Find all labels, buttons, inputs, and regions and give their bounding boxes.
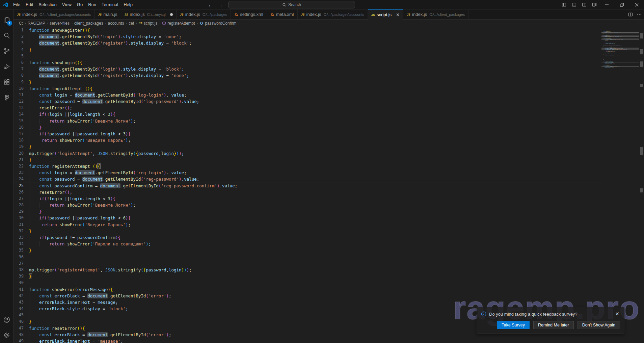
code-line-36[interactable]: 36 bbox=[14, 254, 601, 260]
tab-close-icon[interactable]: ✕ bbox=[396, 12, 400, 17]
menu-go[interactable]: Go bbox=[74, 0, 85, 9]
code-line-16[interactable]: 16 } bbox=[14, 124, 601, 131]
code-line-23[interactable]: 23 const login = document.getElementById… bbox=[14, 169, 601, 176]
code-line-33[interactable]: 33 if(password != passwordConfirm){ bbox=[14, 234, 601, 241]
code-line-34[interactable]: 34 return showError('Пароли не совпадают… bbox=[14, 241, 601, 247]
code-line-49[interactable]: 49 errorBlack.innerText = 'message'; bbox=[14, 338, 601, 343]
code-line-17[interactable]: 17 if(!password ||password.length < 3){ bbox=[14, 131, 601, 137]
menu-edit[interactable]: Edit bbox=[23, 0, 36, 9]
tab-index.js-C-client-packages[interactable]: JSindex.jsC:\...\client_packages bbox=[403, 9, 468, 19]
code-line-19[interactable]: 19} bbox=[14, 143, 601, 150]
customize-layout-icon[interactable] bbox=[589, 0, 599, 9]
history-back-icon[interactable]: ← bbox=[208, 2, 213, 8]
tab-meta.xml[interactable]: meta.xml bbox=[267, 9, 298, 19]
line-content: function showLogin(){ bbox=[29, 59, 601, 66]
tab-main.js[interactable]: JSmain.js bbox=[95, 9, 121, 19]
code-line-6[interactable]: 6function showLogin(){ bbox=[14, 59, 601, 66]
code-line-10[interactable]: 10function loginAttempt (){ bbox=[14, 85, 601, 92]
code-line-4[interactable]: 4} bbox=[14, 47, 601, 53]
tab-index.js-C-packages[interactable]: JSindex.jsC:\...\packages bbox=[177, 9, 231, 19]
code-line-30[interactable]: 30 if(!password ||password.length < 6){ bbox=[14, 215, 601, 221]
line-number: 10 bbox=[14, 85, 29, 92]
minimap-highlight bbox=[601, 39, 639, 40]
take-survey-button[interactable]: Take Survey bbox=[497, 321, 530, 329]
menu-run[interactable]: Run bbox=[85, 0, 99, 9]
breadcrumb-item-accounts[interactable]: accounts bbox=[108, 21, 124, 26]
toggle-panel-icon[interactable] bbox=[569, 0, 579, 9]
code-line-3[interactable]: 3 document.getElementById('register').st… bbox=[14, 40, 601, 46]
overview-ruler[interactable] bbox=[639, 27, 644, 343]
breadcrumb-item-client-packages[interactable]: client_packages bbox=[74, 21, 103, 26]
source-control-icon[interactable] bbox=[0, 43, 14, 59]
settings-gear-icon[interactable] bbox=[0, 327, 14, 343]
code-line-12[interactable]: 12 const password = document.getElementB… bbox=[14, 98, 601, 105]
code-line-14[interactable]: 14 if(!login ||login.length < 3){ bbox=[14, 111, 601, 117]
toggle-primary-sidebar-icon[interactable] bbox=[559, 0, 569, 9]
menu-terminal[interactable]: Terminal bbox=[99, 0, 121, 9]
breadcrumb-item-server-files[interactable]: server-files bbox=[50, 21, 70, 26]
code-line-8[interactable]: 8 document.getElementById('register').st… bbox=[14, 72, 601, 79]
code-line-38[interactable]: 38mp.trigger('registerAttempt', JSON.str… bbox=[14, 267, 601, 273]
notification-close-icon[interactable]: ✕ bbox=[614, 311, 620, 317]
search-icon[interactable] bbox=[0, 28, 14, 43]
code-line-11[interactable]: 11 const login = document.getElementById… bbox=[14, 92, 601, 98]
breadcrumb-item-passwordconfirm[interactable]: passwordConfirm bbox=[199, 21, 236, 26]
modified-dot-icon[interactable] bbox=[170, 13, 173, 16]
code-line-25[interactable]: 25 const passwordConfirm = document.getE… bbox=[14, 183, 601, 189]
menu-view[interactable]: View bbox=[59, 0, 74, 9]
code-line-21[interactable]: 21} bbox=[14, 157, 601, 163]
split-editor-icon[interactable] bbox=[628, 12, 633, 17]
code-line-27[interactable]: 27 if(!login ||login.length < 3){ bbox=[14, 195, 601, 202]
history-forward-icon[interactable]: → bbox=[218, 2, 223, 8]
tab-script.js[interactable]: JSscript.js✕ bbox=[368, 9, 403, 20]
code-line-2[interactable]: 2 document.getElementById('login').style… bbox=[14, 33, 601, 40]
toggle-secondary-sidebar-icon[interactable] bbox=[579, 0, 589, 9]
minimize-button[interactable] bbox=[599, 0, 614, 9]
code-line-29[interactable]: 29 } bbox=[14, 208, 601, 215]
command-center-search[interactable]: Search bbox=[228, 1, 355, 8]
code-line-9[interactable]: 9} bbox=[14, 79, 601, 85]
code-line-35[interactable]: 35} bbox=[14, 247, 601, 254]
code-line-7[interactable]: 7 document.getElementById('login').style… bbox=[14, 66, 601, 72]
menu-selection[interactable]: Selection bbox=[36, 0, 59, 9]
code-line-39[interactable]: 39} bbox=[14, 273, 601, 280]
code-line-32[interactable]: 32} bbox=[14, 228, 601, 234]
breadcrumb-item-registerattempt[interactable]: registerAttempt bbox=[162, 21, 195, 26]
code-line-1[interactable]: 1function showRegister(){ bbox=[14, 27, 601, 33]
code-line-5[interactable]: 5 bbox=[14, 53, 601, 59]
accounts-icon[interactable] bbox=[0, 312, 14, 327]
code-line-22[interactable]: 22function registerAttempt (){ bbox=[14, 163, 601, 169]
breadcrumb-item-script-js[interactable]: JSscript.js bbox=[139, 21, 158, 26]
code-line-20[interactable]: 20mp.trigger('loginAttempt', JSON.string… bbox=[14, 150, 601, 157]
remind-me-later-button[interactable]: Remind Me later bbox=[533, 321, 574, 329]
menu-help[interactable]: Help bbox=[121, 0, 135, 9]
tab-index.js-C-packages-accounts[interactable]: JSindex.jsC:\...\packages\accounts bbox=[298, 9, 368, 19]
code-line-18[interactable]: 18 return showError('Введите Пароль'); bbox=[14, 137, 601, 143]
line-number: 8 bbox=[14, 72, 29, 79]
code-line-40[interactable]: 40 bbox=[14, 280, 601, 286]
code-line-24[interactable]: 24 const password = document.getElementB… bbox=[14, 176, 601, 182]
breadcrumb-item-ragemp[interactable]: RAGEMP bbox=[28, 21, 45, 26]
close-window-button[interactable] bbox=[629, 0, 644, 9]
breadcrumb-item-c-[interactable]: C: bbox=[19, 21, 23, 26]
code-line-31[interactable]: 31 return showError('Введите Пароль'); bbox=[14, 221, 601, 228]
figma-extension-icon[interactable] bbox=[0, 90, 14, 105]
code-line-13[interactable]: 13 resetError(); bbox=[14, 105, 601, 111]
tab-settings.xml[interactable]: settings.xml bbox=[231, 9, 267, 19]
tab-index.js-C-client-packages-accounts[interactable]: JSindex.jsC:\...\client_packages\account… bbox=[14, 9, 95, 19]
restore-button[interactable] bbox=[614, 0, 629, 9]
tab-index.js-C-mysql[interactable]: JSindex.jsC:\...\mysql bbox=[121, 9, 177, 19]
breadcrumb-item-cef[interactable]: cef bbox=[129, 21, 134, 26]
line-number: 22 bbox=[14, 163, 29, 169]
code-line-28[interactable]: 28 return showError('Введите Логин'); bbox=[14, 202, 601, 208]
js-file-icon: JS bbox=[17, 13, 21, 16]
extensions-icon[interactable] bbox=[0, 74, 14, 90]
run-and-debug-icon[interactable] bbox=[0, 59, 14, 74]
dont-show-again-button[interactable]: Don't Show Again bbox=[578, 321, 620, 329]
code-line-26[interactable]: 26 resetError(); bbox=[14, 189, 601, 195]
menu-file[interactable]: File bbox=[10, 0, 23, 9]
code-line-37[interactable]: 37 bbox=[14, 260, 601, 267]
explorer-icon[interactable]: 1 bbox=[0, 12, 14, 28]
more-actions-icon[interactable] bbox=[637, 12, 642, 17]
code-line-15[interactable]: 15 return showError('Введите Логин'); bbox=[14, 118, 601, 124]
